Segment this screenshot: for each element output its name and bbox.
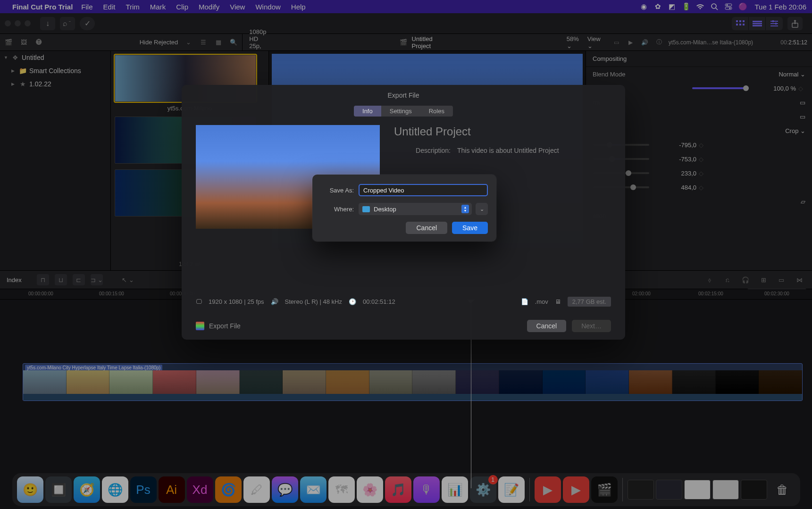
export-footer: 🖵 1920 x 1080 | 25 fps 🔊 Stereo (L R) | … (196, 297, 611, 307)
export-desc-label: Description: (394, 147, 451, 154)
save-cancel-button[interactable]: Cancel (406, 222, 447, 234)
export-file-estimate: 2,77 GB est. (568, 297, 611, 307)
speaker-icon: 🔊 (271, 298, 278, 305)
export-tab-settings[interactable]: Settings (381, 106, 420, 117)
save-file-dialog: Save As: Where: Desktop ▲▼ ⌄ Cancel Save (312, 175, 496, 242)
export-tab-info[interactable]: Info (354, 106, 381, 117)
export-desc-value[interactable]: This video is about Untitled Project (457, 147, 559, 154)
file-icon: 📄 (521, 298, 528, 305)
save-as-label: Save As: (321, 187, 354, 194)
device-icon: 🖥 (555, 298, 561, 305)
export-audio: Stereo (L R) | 48 kHz (285, 298, 342, 305)
clock-icon: 🕑 (349, 298, 356, 305)
export-tab-roles[interactable]: Roles (420, 106, 453, 117)
export-res-fps: 1920 x 1080 | 25 fps (209, 298, 264, 305)
folder-icon (362, 206, 370, 212)
export-file-ext: .mov (535, 298, 548, 305)
export-project-name: Untitled Project (394, 125, 559, 138)
updown-arrows-icon: ▲▼ (461, 205, 469, 213)
export-next-button[interactable]: Next… (572, 320, 611, 332)
export-tabs: Info Settings Roles (182, 106, 625, 117)
export-cancel-button[interactable]: Cancel (527, 320, 567, 332)
export-title: Export File (182, 85, 625, 102)
save-as-input[interactable] (359, 184, 488, 196)
monitor-icon: 🖵 (196, 298, 202, 305)
save-confirm-button[interactable]: Save (452, 222, 488, 234)
where-label: Where: (321, 206, 354, 213)
export-file-destination-label: Export File (196, 322, 241, 330)
where-dropdown[interactable]: Desktop ▲▼ (359, 203, 472, 215)
export-file-color-icon (196, 322, 204, 330)
expand-save-dialog-button[interactable]: ⌄ (476, 203, 488, 215)
export-duration: 00:02:51:12 (363, 298, 395, 305)
